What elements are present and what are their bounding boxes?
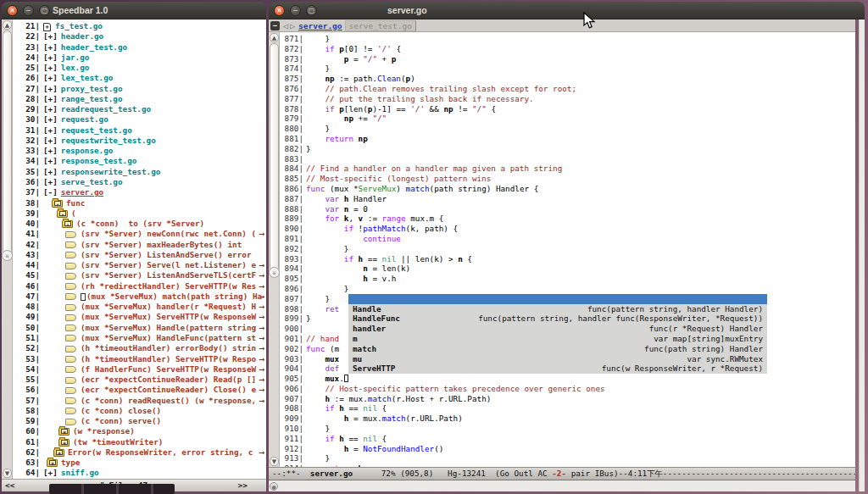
code-line[interactable]: 887| var h Handler bbox=[280, 194, 855, 204]
collapse-minus-icon[interactable]: [-] bbox=[43, 187, 58, 197]
speedbar-row[interactable]: 37|[-]server.go bbox=[13, 187, 266, 197]
speedbar-row[interactable]: 33|[+]response.go bbox=[13, 146, 266, 156]
speedbar-row[interactable]: 56|(ecr *expectContinueReader) Close() e… bbox=[13, 385, 266, 395]
speedbar-titlebar[interactable]: ✕ ─ ▢ Speedbar 1.0 bbox=[2, 2, 266, 19]
expand-plus-icon[interactable]: [+] bbox=[43, 125, 58, 135]
tag-label[interactable]: (ecr *expectContinueReader) Read(p [] bbox=[81, 375, 256, 384]
code-line[interactable]: 880| } bbox=[280, 124, 855, 134]
code-line[interactable]: 911| if h == nil { bbox=[280, 434, 855, 444]
speedbar-row[interactable]: 35|[+]responsewrite_test.go bbox=[13, 167, 266, 177]
code-line[interactable]: 873| p = "/" + p bbox=[280, 54, 855, 64]
tag-icon[interactable] bbox=[65, 335, 76, 341]
tag-icon[interactable] bbox=[65, 263, 76, 269]
speedbar-scrollbar[interactable]: ▲ ≡ ▼ bbox=[2, 19, 13, 479]
tag-label[interactable]: (rh *redirectHandler) ServeHTTP(w Res bbox=[81, 281, 256, 291]
speedbar-row[interactable]: 59|(c *conn) serve() bbox=[13, 416, 266, 426]
speedbar-row[interactable]: 25|[+]lex.go bbox=[13, 63, 266, 73]
tag-label[interactable]: (c *conn) close() bbox=[81, 406, 161, 415]
tag-label[interactable]: (mux *ServeMux) ServeHTTP(w ResponseW bbox=[81, 312, 256, 321]
scrollbar-grip[interactable]: ≡ bbox=[2, 250, 13, 261]
tag-label[interactable]: (h *timeoutHandler) ServeHTTP(w Respo bbox=[81, 354, 256, 364]
code-line[interactable]: 889| for k, v := range mux.m { bbox=[280, 214, 855, 224]
file-label[interactable]: sniff.go bbox=[61, 468, 99, 477]
speedbar-row[interactable]: 30|[+]request.go bbox=[13, 114, 266, 125]
tag-label[interactable]: (mux *ServeMux) HandleFunc(pattern st bbox=[81, 333, 256, 342]
file-label[interactable]: lex_test.go bbox=[61, 73, 114, 82]
tag-label[interactable]: (w *response) bbox=[73, 426, 135, 436]
autocomplete-item[interactable]: HandleFuncfunc(pattern string, handler f… bbox=[348, 314, 767, 324]
speedbar-row[interactable]: 43|(srv *Server) ListenAndServe() error bbox=[13, 250, 266, 260]
code-line[interactable]: 885|// Most-specific (longest) pattern w… bbox=[280, 174, 855, 184]
speedbar-row[interactable]: 47|(mux *ServeMux) match(path string) Ha… bbox=[13, 291, 266, 302]
speedbar-row[interactable]: 54|(f HandlerFunc) ServeHTTP(w ResponseW… bbox=[13, 364, 266, 375]
speedbar-row[interactable]: 34|[+]response_test.go bbox=[13, 156, 266, 166]
expand-plus-icon[interactable]: [+] bbox=[43, 73, 58, 82]
autocomplete-item[interactable]: matchfunc(path string) Handler bbox=[348, 344, 767, 354]
code-line[interactable]: 909| h = mux.match(r.URL.Path) bbox=[280, 414, 855, 424]
folder-icon[interactable]: + bbox=[58, 428, 70, 436]
speedbar-row[interactable]: 21|+fs_test.go bbox=[13, 21, 266, 31]
tag-icon[interactable] bbox=[65, 273, 76, 280]
speedbar-row[interactable]: 55|(ecr *expectContinueReader) Read(p []… bbox=[13, 375, 266, 385]
speedbar-row[interactable]: 28|[+]range_test.go bbox=[13, 94, 266, 104]
tag-icon[interactable] bbox=[65, 377, 76, 384]
code-line[interactable]: 874| } bbox=[280, 64, 855, 74]
code-line[interactable]: 881| return np bbox=[280, 134, 855, 144]
code-line[interactable]: 875| np := path.Clean(p) bbox=[280, 74, 855, 84]
tag-icon[interactable] bbox=[65, 408, 76, 414]
tag-label[interactable]: (f HandlerFunc) ServeHTTP(w ResponseW bbox=[81, 364, 256, 374]
expand-plus-icon[interactable]: [+] bbox=[43, 104, 58, 114]
speedbar-row[interactable]: 50|(mux *ServeMux) Handle(pattern string… bbox=[13, 323, 266, 333]
tag-icon[interactable] bbox=[65, 304, 76, 311]
close-icon[interactable]: ✕ bbox=[274, 5, 285, 16]
speedbar-row[interactable]: 41|(srv *Server) newConn(rwc net.Conn) (… bbox=[13, 229, 266, 239]
autocomplete-item[interactable]: handlerfunc(r *Request) Handler bbox=[348, 324, 767, 334]
tag-label[interactable]: Error(w ResponseWriter, error string, c bbox=[68, 447, 253, 457]
tag-icon[interactable] bbox=[65, 419, 76, 425]
minimize-icon[interactable]: ─ bbox=[290, 5, 301, 16]
tag-label[interactable]: (mux *ServeMux) match(path string) Ha bbox=[86, 291, 262, 301]
speedbar-row[interactable]: 36|[+]serve_test.go bbox=[13, 177, 266, 187]
tag-icon[interactable] bbox=[65, 356, 76, 363]
code-line[interactable]: 892| } bbox=[280, 244, 855, 254]
speedbar-row[interactable]: 38|-func bbox=[13, 198, 266, 208]
tag-icon[interactable] bbox=[65, 241, 76, 248]
editor-titlebar[interactable]: ✕ ─ ▢ server.go bbox=[269, 2, 865, 19]
code-line[interactable]: 877| // put the trailing slash back if n… bbox=[280, 94, 855, 104]
expand-plus-icon[interactable]: [+] bbox=[43, 468, 58, 477]
expand-plus-icon[interactable]: [+] bbox=[43, 177, 58, 186]
autocomplete-item[interactable] bbox=[348, 294, 767, 304]
file-label[interactable]: header.go bbox=[61, 31, 103, 41]
expand-plus-icon[interactable]: [+] bbox=[43, 53, 58, 62]
tag-icon[interactable] bbox=[65, 366, 76, 373]
autocomplete-item[interactable]: Handlefunc(pattern string, handler Handl… bbox=[348, 304, 767, 314]
code-line[interactable]: 890| if !pathMatch(k, path) { bbox=[280, 224, 855, 234]
tag-label[interactable]: (c *conn) readRequest() (w *response, bbox=[81, 396, 256, 405]
tag-label[interactable]: (srv *Server) ListenAndServeTLS(certF bbox=[81, 270, 256, 280]
expand-plus-icon[interactable]: [+] bbox=[43, 146, 58, 155]
speedbar-row[interactable]: 22|[+]header.go bbox=[13, 31, 266, 42]
scroll-down-icon[interactable]: ▼ bbox=[3, 469, 12, 478]
file-label[interactable]: responsewrite_test.go bbox=[61, 167, 161, 176]
file-label[interactable]: server.go bbox=[61, 187, 103, 197]
file-label[interactable]: response_test.go bbox=[61, 156, 137, 165]
file-label[interactable]: request_test.go bbox=[61, 125, 132, 135]
speedbar-row[interactable]: 32|[+]requestwrite_test.go bbox=[13, 136, 266, 146]
tag-icon[interactable] bbox=[65, 252, 76, 258]
tab-serve-test-go[interactable]: serve_test.go bbox=[345, 20, 416, 31]
speedbar-row[interactable]: 57|(c *conn) readRequest() (w *response,… bbox=[13, 396, 266, 406]
scrollbar-thumb[interactable] bbox=[3, 31, 12, 255]
speedbar-row[interactable]: 60|+(w *response) bbox=[13, 426, 266, 436]
folder-icon[interactable]: + bbox=[53, 449, 64, 457]
speedbar-row[interactable]: 46|(rh *redirectHandler) ServeHTTP(w Res… bbox=[13, 281, 266, 291]
autocomplete-item[interactable]: ServeHTTPfunc(w ResponseWriter, r *Reque… bbox=[348, 364, 767, 374]
tag-label[interactable]: (ecr *expectContinueReader) Close() e bbox=[81, 385, 256, 394]
code-line[interactable]: 882|} bbox=[280, 144, 855, 154]
autocomplete-item[interactable]: muvar sync.RWMutex bbox=[348, 354, 767, 364]
folder-icon[interactable]: - bbox=[52, 200, 63, 208]
tag-label[interactable]: (srv *Server) ListenAndServe() error bbox=[81, 250, 252, 259]
speedbar-row[interactable]: 45|(srv *Server) ListenAndServeTLS(certF… bbox=[13, 270, 266, 280]
file-label[interactable]: range_test.go bbox=[61, 94, 123, 103]
file-label[interactable]: requestwrite_test.go bbox=[61, 136, 156, 145]
code-line[interactable]: 908| if h == nil { bbox=[280, 403, 855, 414]
